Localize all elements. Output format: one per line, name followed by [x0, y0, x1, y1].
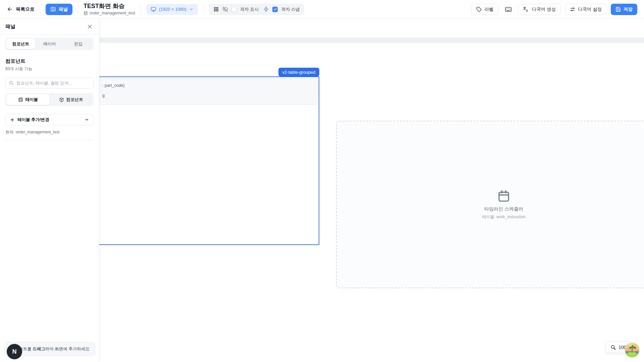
component-search-input[interactable]: [5, 78, 94, 88]
truncated-config-text-2: g: [102, 93, 105, 98]
selection-type-badge: v2-table-grouped: [278, 68, 319, 76]
components-count: 83개 사용 가능: [5, 66, 94, 72]
collaborator-initial: N: [12, 348, 17, 355]
zap-icon: [263, 6, 269, 12]
monitor-icon: [151, 6, 156, 12]
grid-snap-label: 격자 스냅: [281, 6, 300, 12]
i18n-generate-label: 다국어 생성: [532, 6, 555, 12]
grid-snap-checkbox[interactable]: [272, 7, 278, 12]
timeline-scheduler-placeholder[interactable]: 타임라인 스케줄러 테이블: work_instruction: [336, 121, 644, 288]
grid-icon: [213, 6, 219, 12]
hint-suffix: 하여 화면에 추가하세요: [45, 347, 90, 351]
panel-tabs: 컴포넌트 레이어 편집: [5, 38, 94, 50]
component-header-placeholder: : part_code) g: [62, 78, 318, 105]
toolbar-divider: [40, 5, 40, 14]
add-change-table-button[interactable]: 테이블 추가/변경: [5, 114, 94, 125]
divider: [5, 140, 94, 140]
check-icon: [273, 7, 277, 11]
package-icon: [59, 97, 64, 102]
toolbar-divider: [78, 5, 78, 14]
tab-components[interactable]: 컴포넌트: [6, 39, 35, 49]
keyboard-icon: [505, 6, 512, 13]
tab-layers[interactable]: 레이어: [35, 39, 64, 49]
grid-show-label: 격자 표시: [240, 6, 259, 12]
database-icon: [18, 97, 23, 102]
save-button-label: 저장: [624, 6, 633, 12]
component-panel: 패널 컴포넌트 레이어 편집 컴포넌트 83개 사용 가능: [0, 19, 99, 362]
placeholder-table-label: 테이블: work_instruction: [482, 214, 525, 220]
grid-controls-group: 격자 표시 격자 스냅: [209, 4, 304, 15]
translate-icon: 文 A: [523, 6, 529, 12]
back-to-list-label: 목록으로: [16, 6, 35, 12]
toolbar: 목록으로 패널 TEST화면 화승 order_management_test …: [0, 0, 644, 19]
current-table-label: 현재: order_management_test: [5, 129, 94, 135]
placeholder-title: 타임라인 스케줄러: [484, 206, 523, 212]
shortcuts-button[interactable]: [502, 4, 514, 15]
screen-table-name: order_management_test: [90, 11, 135, 15]
toggle-tables-label: 테이블: [25, 97, 38, 103]
screen-title-block: TEST화면 화승 order_management_test: [84, 3, 135, 15]
close-icon: [87, 24, 93, 29]
i18n-generate-button[interactable]: 文 A 다국어 생성: [518, 4, 560, 15]
screen-title: TEST화면 화승: [84, 3, 135, 10]
calendar-icon: [497, 189, 511, 203]
arrow-left-icon: [7, 6, 13, 12]
panel-left-icon: [50, 6, 56, 12]
panel-title: 패널: [5, 23, 15, 30]
collaborator-cursor-badge: N: [7, 344, 22, 359]
truncated-config-text-1: : part_code): [102, 83, 125, 88]
grid-show-checkbox[interactable]: [231, 7, 237, 12]
toolbar-divider: [203, 5, 204, 14]
toggle-components[interactable]: 컴포넌트: [50, 94, 93, 105]
toggle-components-label: 컴포넌트: [66, 97, 83, 103]
database-icon: [84, 11, 88, 15]
i18n-settings-button[interactable]: 다국어 설정: [565, 4, 607, 15]
tab-edit[interactable]: 편집: [64, 39, 93, 49]
viewport-size-selector[interactable]: (644 × 362): [146, 4, 198, 15]
save-button[interactable]: 저장: [611, 4, 637, 15]
add-change-table-label: 테이블 추가/변경: [17, 117, 82, 123]
label-button-label: 라벨: [484, 6, 493, 12]
components-section-title: 컴포넌트: [5, 58, 94, 64]
panel-toggle-button[interactable]: 패널: [46, 4, 72, 15]
magnifier-icon: [610, 345, 616, 350]
toggle-tables[interactable]: 테이블: [6, 94, 50, 105]
toolbar-divider: [141, 5, 141, 14]
i18n-settings-label: 다국어 설정: [578, 6, 602, 12]
search-icon: [9, 80, 14, 85]
hint-bold: 드래그: [33, 347, 45, 351]
tag-icon: [476, 7, 482, 12]
chevron-down-icon: [85, 117, 89, 122]
selection-type-label: v2-table-grouped: [282, 70, 315, 75]
plus-icon: [10, 117, 15, 122]
sliders-icon: [570, 7, 575, 12]
viewport-size-label: (644 × 362): [159, 7, 186, 12]
chevron-down-icon: [189, 7, 194, 11]
save-icon: [615, 7, 621, 12]
eye-off-icon: [222, 6, 228, 12]
island-emoji-sticker: [624, 342, 640, 358]
panel-close-button[interactable]: [86, 22, 94, 31]
source-toggle: 테이블 컴포넌트: [5, 93, 94, 106]
label-button[interactable]: 라벨: [471, 4, 498, 15]
back-to-list-button[interactable]: 목록으로: [7, 6, 35, 12]
panel-toggle-label: 패널: [59, 6, 68, 12]
svg-text:A: A: [526, 9, 528, 12]
